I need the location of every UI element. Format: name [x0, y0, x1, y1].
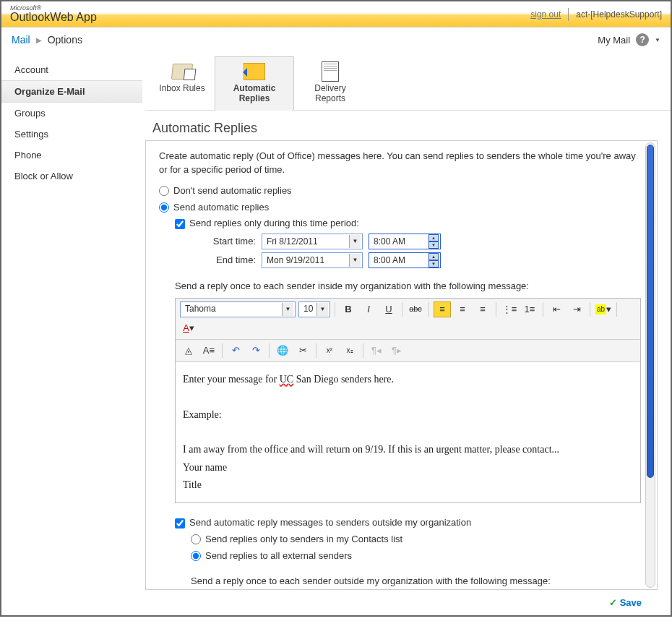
rtl-button[interactable]: ¶▸ [388, 343, 405, 359]
radio-dont-send-label: Don't send automatic replies [173, 184, 292, 198]
highlight-button[interactable]: ab▾ [595, 301, 612, 317]
checkbox-outside-label: Send automatic reply messages to senders… [189, 516, 471, 530]
subscript-button[interactable]: x₂ [341, 343, 358, 359]
sidebar-item-settings[interactable]: Settings [1, 124, 142, 145]
tab-delivery-reports[interactable]: Delivery Reports [294, 56, 366, 110]
dropdown-arrow-icon: ▼ [282, 303, 293, 316]
spinner-icon: ▲▼ [428, 234, 439, 249]
align-center-button[interactable]: ≡ [454, 301, 471, 317]
app-logo: Microsoft® OutlookWeb App [10, 5, 97, 24]
separator [568, 8, 569, 21]
scroll-thumb[interactable] [647, 145, 654, 478]
intro-text: Create automatic reply (Out of Office) m… [159, 150, 644, 177]
dropdown-arrow-icon: ▼ [316, 303, 328, 316]
paragraph-button[interactable]: A≡ [200, 343, 217, 359]
dropdown-arrow-icon: ▼ [349, 254, 361, 267]
bullets-button[interactable]: ⋮≡ [501, 301, 518, 317]
automatic-replies-icon [244, 63, 265, 80]
breadcrumb: Mail ▶ Options My Mail ? ▼ [1, 27, 671, 52]
help-icon[interactable]: ? [636, 33, 649, 46]
sidebar-item-organize[interactable]: Organize E-Mail [1, 80, 142, 103]
radio-external-label: Send replies to all external senders [205, 549, 352, 563]
chevron-down-icon[interactable]: ▼ [655, 37, 660, 43]
page-title: Automatic Replies [145, 111, 671, 140]
unlink-button[interactable]: ✂ [294, 343, 311, 359]
options-label: Options [48, 34, 82, 46]
font-select[interactable]: Tahoma▼ [180, 301, 296, 317]
numbering-button[interactable]: 1≡ [521, 301, 538, 317]
inside-message-body[interactable]: Enter your message for UC San Diego send… [176, 362, 640, 502]
end-time-label: End time: [207, 254, 256, 268]
sidebar: Account Organize E-Mail Groups Settings … [1, 52, 142, 615]
save-button[interactable]: ✓ Save [609, 597, 642, 608]
checkbox-time-period[interactable] [175, 219, 185, 229]
clear-format-button[interactable]: ◬ [180, 343, 197, 359]
bold-button[interactable]: B [340, 301, 357, 317]
align-right-button[interactable]: ≡ [474, 301, 491, 317]
inbox-rules-icon [171, 64, 193, 80]
outside-instruction: Send a reply once to each sender outside… [191, 575, 644, 588]
start-time-label: Start time: [207, 235, 256, 249]
account-name: act-[HelpdeskSupport] [576, 9, 662, 20]
mail-link[interactable]: Mail [12, 34, 30, 46]
italic-button[interactable]: I [360, 301, 377, 317]
undo-button[interactable]: ↶ [227, 343, 244, 359]
inside-instruction: Send a reply once to each sender inside … [175, 280, 644, 294]
checkbox-outside[interactable] [175, 518, 185, 528]
font-color-button[interactable]: A▾ [180, 320, 197, 336]
link-button[interactable]: 🌐 [274, 343, 291, 359]
radio-send[interactable] [159, 202, 169, 213]
redo-button[interactable]: ↷ [247, 343, 264, 359]
dropdown-arrow-icon: ▼ [349, 235, 361, 248]
size-select[interactable]: 10▼ [298, 301, 330, 317]
header-bar: Microsoft® OutlookWeb App sign out act-[… [1, 1, 671, 27]
end-date-select[interactable]: Mon 9/19/2011 ▼ [262, 252, 363, 268]
toolbar: Inbox Rules Automatic Replies Delivery R… [145, 52, 671, 111]
sidebar-item-block[interactable]: Block or Allow [1, 166, 142, 187]
sidebar-item-phone[interactable]: Phone [1, 145, 142, 166]
radio-contacts-label: Send replies only to senders in my Conta… [205, 533, 402, 547]
checkbox-time-period-label: Send replies only during this time perio… [189, 217, 359, 231]
my-mail-label[interactable]: My Mail [598, 35, 630, 46]
underline-button[interactable]: U [380, 301, 397, 317]
spinner-icon: ▲▼ [428, 253, 439, 268]
scrollbar[interactable] [645, 142, 655, 588]
ltr-button[interactable]: ¶◂ [368, 343, 385, 359]
strike-button[interactable]: abc [407, 301, 424, 317]
align-left-button[interactable]: ≡ [434, 301, 451, 317]
radio-external[interactable] [191, 551, 201, 561]
inside-editor: Tahoma▼ 10▼ B I U abc ≡ ≡ ≡ ⋮≡ [175, 298, 641, 503]
radio-dont-send[interactable] [159, 186, 169, 196]
chevron-right-icon: ▶ [36, 36, 42, 44]
outdent-button[interactable]: ⇤ [548, 301, 565, 317]
sidebar-item-groups[interactable]: Groups [1, 103, 142, 124]
tab-automatic-replies[interactable]: Automatic Replies [215, 56, 294, 111]
radio-send-label: Send automatic replies [173, 201, 269, 215]
sign-out-link[interactable]: sign out [530, 9, 561, 20]
tab-inbox-rules[interactable]: Inbox Rules [150, 56, 215, 110]
indent-button[interactable]: ⇥ [568, 301, 585, 317]
end-time-select[interactable]: 8:00 AM ▲▼ [369, 252, 441, 268]
start-time-select[interactable]: 8:00 AM ▲▼ [369, 234, 441, 249]
radio-contacts[interactable] [191, 534, 201, 544]
check-icon: ✓ [609, 597, 617, 608]
sidebar-item-account[interactable]: Account [1, 59, 142, 80]
delivery-reports-icon [322, 61, 339, 82]
start-date-select[interactable]: Fri 8/12/2011 ▼ [262, 234, 363, 249]
superscript-button[interactable]: x² [321, 343, 338, 359]
